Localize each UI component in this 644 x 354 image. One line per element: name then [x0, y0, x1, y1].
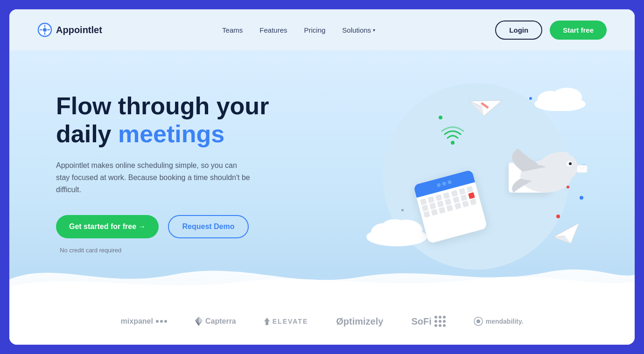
hero-title-accent: meetings: [118, 120, 224, 147]
hero-title-line1: Flow through your: [56, 92, 269, 119]
svg-point-9: [381, 219, 407, 236]
request-demo-button[interactable]: Request Demo: [168, 215, 248, 238]
wave-svg: [9, 251, 635, 298]
app-container: Appointlet Teams Features Pricing Soluti…: [9, 9, 635, 345]
svg-point-1: [43, 28, 47, 32]
dot-gray-1: [401, 209, 404, 211]
dot-green-1: [439, 116, 442, 119]
elevate-arrow-icon: [264, 318, 270, 325]
nav-actions: Login Start free: [495, 21, 607, 40]
logo-optimizely: Øptimizely: [336, 316, 383, 327]
svg-point-13: [451, 141, 455, 145]
logo-sofi: SoFi: [411, 316, 445, 327]
chevron-down-icon: ▾: [373, 28, 375, 33]
logo-mendability: mendability.: [474, 317, 524, 326]
optimizely-text: Øptimizely: [336, 316, 383, 327]
start-free-button[interactable]: Start free: [550, 21, 607, 40]
nav-links: Teams Features Pricing Solutions ▾: [222, 26, 375, 34]
sofi-dots: [434, 316, 446, 327]
hero-buttons: Get started for free → Request Demo: [56, 215, 269, 238]
svg-point-12: [552, 88, 582, 106]
nav-features[interactable]: Features: [259, 26, 287, 34]
login-button[interactable]: Login: [495, 21, 542, 40]
logos-section: mixpanel Capterra ELEVATE Øptimi: [9, 298, 635, 345]
wifi-icon: [441, 125, 464, 146]
cloud-left: [364, 214, 429, 246]
mendability-text: mendability.: [486, 318, 524, 325]
hero-title: Flow through your daily meetings: [56, 92, 269, 148]
logo[interactable]: Appointlet: [37, 22, 102, 37]
hero-content: Flow through your daily meetings Appoint…: [56, 78, 269, 254]
bird-illustration: [485, 125, 588, 218]
elevate-text: ELEVATE: [273, 318, 308, 325]
mendability-circle-icon: [474, 317, 483, 326]
sofi-text: SoFi: [411, 316, 431, 327]
cloud-top-right: [532, 83, 588, 111]
mixpanel-dots: [156, 320, 167, 323]
hero-description: Appointlet makes online scheduling simpl…: [56, 160, 252, 196]
hero-section: Flow through your daily meetings Appoint…: [9, 50, 635, 298]
nav-teams[interactable]: Teams: [222, 26, 243, 34]
no-credit-card-text: No credit card required: [60, 247, 121, 254]
logo-icon: [37, 22, 52, 37]
brand-name: Appointlet: [56, 25, 102, 35]
mixpanel-text: mixpanel: [121, 317, 153, 326]
get-started-button[interactable]: Get started for free →: [56, 215, 159, 238]
svg-point-23: [476, 319, 480, 323]
hero-title-line2: daily: [56, 120, 118, 147]
navbar: Appointlet Teams Features Pricing Soluti…: [9, 9, 635, 50]
logo-mixpanel: mixpanel: [121, 317, 167, 326]
logo-elevate: ELEVATE: [264, 318, 308, 325]
capterra-diamond-icon: [195, 317, 203, 326]
nav-pricing[interactable]: Pricing: [304, 26, 326, 34]
svg-point-17: [569, 162, 572, 165]
capterra-text: Capterra: [205, 317, 236, 326]
paper-plane-2: [549, 220, 585, 249]
nav-solutions[interactable]: Solutions ▾: [342, 26, 375, 34]
wave-container: [9, 251, 635, 298]
logo-capterra: Capterra: [195, 317, 236, 326]
